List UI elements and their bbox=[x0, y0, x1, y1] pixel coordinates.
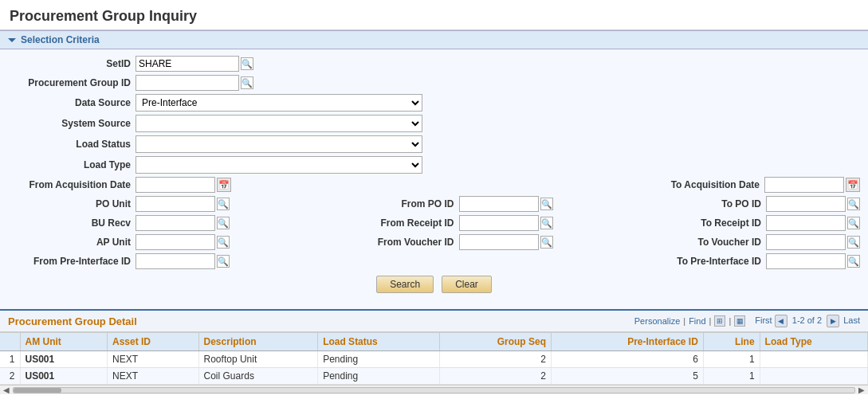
from-receipt-id-input[interactable] bbox=[459, 215, 539, 231]
to-po-id-lookup-icon[interactable]: 🔍 bbox=[847, 198, 860, 210]
from-acquisition-date-input[interactable] bbox=[136, 177, 215, 193]
prev-page-button[interactable]: ◀ bbox=[775, 315, 787, 327]
system-source-select[interactable] bbox=[136, 115, 422, 132]
col-header-load-status[interactable]: Load Status bbox=[318, 333, 440, 351]
setid-input[interactable] bbox=[136, 56, 239, 72]
procurement-detail-table: AM Unit Asset ID Description Load Status… bbox=[0, 333, 868, 385]
table-row: 1 US001 NEXT Rooftop Unit Pending 2 6 1 bbox=[0, 351, 868, 368]
cell-am-unit: US001 bbox=[20, 368, 107, 385]
procurement-group-id-row: Procurement Group ID 🔍 bbox=[8, 75, 860, 91]
cell-line: 1 bbox=[703, 368, 760, 385]
col-header-load-type[interactable]: Load Type bbox=[760, 333, 867, 351]
data-table-container: AM Unit Asset ID Description Load Status… bbox=[0, 332, 868, 394]
po-unit-input[interactable] bbox=[136, 196, 215, 212]
to-receipt-id-label: To Receipt ID bbox=[694, 217, 766, 229]
to-acquisition-date-calendar-icon[interactable]: 📅 bbox=[846, 178, 860, 192]
bu-recv-lookup-icon[interactable]: 🔍 bbox=[217, 217, 230, 229]
load-type-row: Load Type bbox=[8, 156, 860, 174]
to-po-id-input[interactable] bbox=[766, 196, 846, 212]
cell-line: 1 bbox=[703, 351, 760, 368]
cell-asset-id: NEXT bbox=[107, 368, 198, 385]
to-po-id-label: To PO ID bbox=[694, 198, 766, 209]
col-header-asset-id[interactable]: Asset ID bbox=[107, 333, 198, 351]
ap-unit-lookup-icon[interactable]: 🔍 bbox=[217, 236, 230, 249]
grid-view-icon[interactable]: ⊞ bbox=[714, 315, 725, 327]
load-status-select[interactable] bbox=[136, 135, 422, 153]
from-acquisition-date-label: From Acquisition Date bbox=[8, 179, 136, 190]
ap-unit-input[interactable] bbox=[136, 234, 215, 250]
procurement-group-id-label: Procurement Group ID bbox=[8, 77, 136, 88]
scroll-track[interactable] bbox=[13, 387, 855, 393]
from-voucher-id-lookup-icon[interactable]: 🔍 bbox=[540, 236, 553, 249]
page-info: 1-2 of 2 bbox=[792, 315, 822, 325]
to-pre-interface-id-input[interactable] bbox=[766, 253, 846, 269]
horizontal-scrollbar[interactable]: ◀ ▶ bbox=[0, 385, 868, 394]
collapse-triangle-icon[interactable] bbox=[8, 38, 16, 42]
action-buttons: Search Clear bbox=[8, 276, 860, 293]
data-source-label: Data Source bbox=[8, 97, 136, 108]
from-receipt-id-lookup-icon[interactable]: 🔍 bbox=[540, 217, 553, 229]
personalize-link[interactable]: Personalize bbox=[634, 316, 680, 326]
system-source-label: System Source bbox=[8, 118, 136, 129]
section-header-selection-criteria: Selection Criteria bbox=[0, 30, 868, 49]
from-voucher-id-label: From Voucher ID bbox=[371, 237, 459, 248]
clear-button[interactable]: Clear bbox=[442, 276, 492, 293]
to-voucher-id-input[interactable] bbox=[766, 234, 846, 250]
setid-lookup-icon[interactable]: 🔍 bbox=[241, 57, 253, 70]
from-pre-interface-id-label: From Pre-Interface ID bbox=[8, 256, 136, 267]
from-voucher-id-input[interactable] bbox=[459, 234, 539, 250]
bu-recv-row: BU Recv 🔍 From Receipt ID 🔍 To Receipt I… bbox=[8, 215, 860, 231]
load-status-row: Load Status bbox=[8, 135, 860, 153]
po-unit-label: PO Unit bbox=[8, 198, 136, 209]
col-header-group-seq[interactable]: Group Seq bbox=[440, 333, 552, 351]
from-pre-interface-id-lookup-icon[interactable]: 🔍 bbox=[217, 255, 230, 268]
from-pre-interface-id-input[interactable] bbox=[136, 253, 215, 269]
pre-interface-id-row: From Pre-Interface ID 🔍 To Pre-Interface… bbox=[8, 253, 860, 269]
to-pre-interface-id-lookup-icon[interactable]: 🔍 bbox=[847, 255, 860, 268]
table-view-icon[interactable]: ▦ bbox=[734, 315, 745, 327]
to-voucher-id-label: To Voucher ID bbox=[694, 237, 766, 248]
to-voucher-id-lookup-icon[interactable]: 🔍 bbox=[847, 236, 860, 249]
page-title: Procurement Group Inquiry bbox=[0, 0, 868, 30]
next-page-button[interactable]: ▶ bbox=[827, 315, 839, 327]
to-receipt-id-input[interactable] bbox=[766, 215, 846, 231]
first-label: First bbox=[755, 315, 772, 325]
to-acquisition-date-input[interactable] bbox=[764, 177, 844, 193]
procurement-group-id-input[interactable] bbox=[136, 75, 239, 91]
search-button[interactable]: Search bbox=[376, 276, 434, 293]
acquisition-date-row: From Acquisition Date 📅 To Acquisition D… bbox=[8, 177, 860, 193]
cell-description: Rooftop Unit bbox=[198, 351, 318, 368]
page-nav-separator: First ◀ 1-2 of 2 ▶ Last bbox=[755, 315, 860, 327]
from-po-id-input[interactable] bbox=[459, 196, 539, 212]
system-source-row: System Source bbox=[8, 115, 860, 132]
cell-pre-interface-id: 5 bbox=[551, 368, 703, 385]
ap-unit-row: AP Unit 🔍 From Voucher ID 🔍 To Voucher I… bbox=[8, 234, 860, 250]
bu-recv-label: BU Recv bbox=[8, 217, 136, 229]
po-unit-lookup-icon[interactable]: 🔍 bbox=[217, 198, 230, 210]
col-header-line[interactable]: Line bbox=[703, 333, 760, 351]
find-link[interactable]: Find bbox=[689, 316, 705, 326]
col-header-description[interactable]: Description bbox=[198, 333, 318, 351]
po-unit-row: PO Unit 🔍 From PO ID 🔍 To PO ID 🔍 bbox=[8, 196, 860, 212]
cell-description: Coil Guards bbox=[198, 368, 318, 385]
col-header-row-num bbox=[0, 333, 20, 351]
cell-load-type bbox=[760, 368, 867, 385]
from-po-id-lookup-icon[interactable]: 🔍 bbox=[540, 198, 553, 210]
from-acquisition-date-calendar-icon[interactable]: 📅 bbox=[217, 178, 231, 192]
cell-group-seq: 2 bbox=[440, 351, 552, 368]
detail-title: Procurement Group Detail bbox=[8, 315, 137, 327]
load-type-select[interactable] bbox=[136, 156, 422, 174]
scroll-thumb[interactable] bbox=[14, 388, 61, 393]
detail-section-header: Procurement Group Detail Personalize | F… bbox=[0, 309, 868, 332]
separator-1: | bbox=[683, 316, 685, 326]
procurement-group-id-lookup-icon[interactable]: 🔍 bbox=[241, 76, 253, 89]
col-header-pre-interface-id[interactable]: Pre-Interface ID bbox=[551, 333, 703, 351]
data-source-select[interactable]: Pre-Interface bbox=[136, 94, 422, 112]
selection-criteria-form: SetID 🔍 Procurement Group ID 🔍 Data Sour… bbox=[0, 49, 868, 309]
last-label: Last bbox=[843, 315, 860, 325]
cell-asset-id: NEXT bbox=[107, 351, 198, 368]
bu-recv-input[interactable] bbox=[136, 215, 215, 231]
to-receipt-id-lookup-icon[interactable]: 🔍 bbox=[847, 217, 860, 229]
table-row: 2 US001 NEXT Coil Guards Pending 2 5 1 bbox=[0, 368, 868, 385]
col-header-am-unit[interactable]: AM Unit bbox=[20, 333, 107, 351]
